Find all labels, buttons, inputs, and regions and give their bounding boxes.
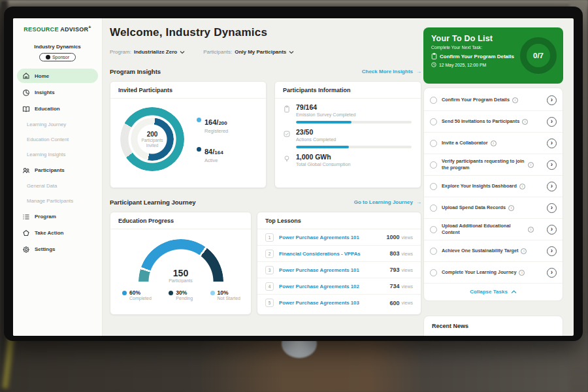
sidebar-item-participants[interactable]: Participants (13, 162, 102, 178)
lesson-row: 3 Power Purchase Agreements 101 793 view… (257, 262, 421, 278)
stat-actions: 23/50 Actions Completed (275, 123, 421, 142)
arrow-right-icon: → (416, 199, 421, 205)
task-chevron-button[interactable]: › (547, 203, 557, 213)
task-checkbox[interactable] (430, 140, 437, 147)
task-chevron-button[interactable]: › (547, 117, 557, 127)
todo-counter: 0/7 (533, 52, 544, 59)
program-filter[interactable]: Program: Industrialize Zero (110, 49, 185, 55)
gauge-center: 150 Participants (138, 268, 224, 283)
program-insights-header: Program Insights Check More Insights → (110, 68, 421, 75)
task-row-achieve-target[interactable]: Achieve One Sustainability Target i › (424, 240, 563, 262)
legend-active: 84/164 Active (197, 145, 228, 163)
card-title: Participants Information (275, 82, 421, 99)
sidebar-item-label: Learning Journey (27, 122, 66, 127)
check-more-insights-link[interactable]: Check More Insights → (362, 69, 421, 74)
task-checkbox[interactable] (430, 204, 437, 212)
task-checkbox[interactable] (430, 118, 437, 125)
lesson-views: 803 (389, 250, 399, 257)
todo-title: Your To Do List (431, 34, 520, 43)
task-chevron-button[interactable]: › (547, 160, 557, 170)
task-checkbox[interactable] (430, 183, 437, 190)
go-to-learning-journey-link[interactable]: Go to Learning Journey → (354, 199, 421, 205)
recent-news-card: Recent News (423, 316, 563, 336)
task-checkbox[interactable] (430, 97, 437, 104)
legend-value: 84/ (204, 148, 214, 155)
task-chevron-button[interactable]: › (547, 95, 557, 105)
education-icon (22, 105, 30, 113)
lesson-link[interactable]: Power Purchase Agreements 101 (279, 267, 389, 273)
info-icon: i (522, 119, 528, 125)
donut-center-label: Participants Invited (142, 138, 163, 148)
legend-dot-not-started (210, 291, 215, 295)
sidebar-item-education-content[interactable]: Education Content (13, 132, 102, 147)
task-label: Upload Spend Data Records (442, 204, 506, 211)
sidebar-item-label: Education Content (27, 137, 69, 142)
task-row-verify-participants[interactable]: Verify participants requesting to join t… (424, 154, 563, 176)
donut-center-label-line2: Invited (142, 143, 163, 148)
info-icon: i (512, 97, 518, 103)
task-checkbox[interactable] (430, 269, 437, 276)
insights-icon (22, 89, 30, 97)
card-title: Education Progress (110, 212, 251, 229)
app-logo: RESOURCE ADVISOR+ (13, 18, 102, 38)
task-row-invite-collaborator[interactable]: Invite a Collaborator i › (424, 133, 563, 154)
task-checkbox[interactable] (430, 248, 437, 255)
lesson-link[interactable]: Power Purchase Agreements 101 (279, 235, 386, 240)
lesson-link[interactable]: Power Purchase Agreements 102 (279, 284, 389, 289)
task-label: Confirm Your Program Details (442, 97, 510, 103)
lesson-link[interactable]: Financial Considerations - VPPAs (279, 251, 389, 257)
lesson-rank: 1 (265, 233, 274, 242)
sidebar-item-home[interactable]: Home (17, 69, 98, 83)
actions-check-icon (283, 130, 291, 138)
task-label: Achieve One Sustainability Target (442, 248, 518, 254)
task-row-confirm-program[interactable]: Confirm Your Program Details i › (424, 90, 563, 111)
sidebar-item-learning-journey[interactable]: Learning Journey (13, 117, 102, 132)
legend-total: 200 (218, 120, 227, 126)
task-checkbox[interactable] (430, 226, 437, 233)
participants-icon (22, 167, 30, 174)
arrow-right-icon: → (416, 69, 421, 74)
task-chevron-button[interactable]: › (547, 246, 557, 256)
lesson-views: 600 (389, 300, 399, 306)
legend-pending: 30%Pending (169, 289, 193, 301)
task-checkbox[interactable] (430, 161, 437, 169)
sidebar-item-label: Program (35, 214, 56, 220)
sidebar-item-settings[interactable]: Settings (13, 241, 102, 257)
task-label: Explore Your Insights Dashboard (442, 183, 517, 189)
sidebar-item-manage-participants[interactable]: Manage Participants (13, 193, 102, 208)
recent-news-title: Recent News (424, 316, 563, 336)
task-row-send-invitations[interactable]: Send 50 Invitations to Participants i › (424, 111, 563, 133)
sidebar-item-insights[interactable]: Insights (13, 84, 102, 101)
link-label: Go to Learning Journey (354, 199, 413, 205)
program-filter-value: Industrialize Zero (134, 49, 177, 55)
section-title: Program Insights (110, 68, 161, 75)
sidebar-item-education[interactable]: Education (13, 101, 102, 117)
sponsor-label: Sponsor (52, 55, 69, 59)
sidebar-item-general-data[interactable]: General Data (13, 178, 102, 193)
task-label: Upload Additional Educational Content (442, 223, 525, 236)
participants-filter[interactable]: Participants: Only My Participants (203, 49, 294, 55)
legend-not-started: 10%Not Started (210, 289, 240, 301)
participants-filter-value: Only My Participants (235, 49, 286, 55)
task-chevron-button[interactable]: › (547, 139, 557, 148)
legend-completed: 60%Completed (122, 289, 152, 301)
sidebar-item-learning-insights[interactable]: Learning Insights (13, 147, 102, 162)
sidebar-item-take-action[interactable]: Take Action (13, 225, 102, 241)
lesson-rank: 2 (265, 250, 274, 258)
task-row-upload-educational-content[interactable]: Upload Additional Educational Content i … (424, 219, 563, 240)
todo-due: 12 May 2025, 12:00 PM (439, 63, 486, 67)
collapse-tasks-link[interactable]: Collapse Tasks (424, 284, 563, 299)
lesson-link[interactable]: Power Purchase Agreements 103 (279, 300, 389, 306)
task-row-complete-learning-journey[interactable]: Complete Your Learning Journey i › (424, 262, 563, 284)
task-chevron-button[interactable]: › (547, 225, 557, 235)
legend-value: 60% (129, 289, 152, 296)
sidebar-item-program[interactable]: Program (13, 208, 102, 225)
logo-secondary: ADVISOR (60, 26, 88, 33)
task-row-explore-insights[interactable]: Explore Your Insights Dashboard i › (424, 176, 563, 197)
gauge-legend: 60%Completed 30%Pending 10%Not Started (110, 283, 251, 301)
sponsor-icon (46, 55, 50, 59)
task-chevron-button[interactable]: › (547, 268, 557, 278)
info-icon: i (519, 184, 525, 189)
task-row-upload-spend-data[interactable]: Upload Spend Data Records i › (424, 197, 563, 219)
task-chevron-button[interactable]: › (547, 182, 557, 191)
